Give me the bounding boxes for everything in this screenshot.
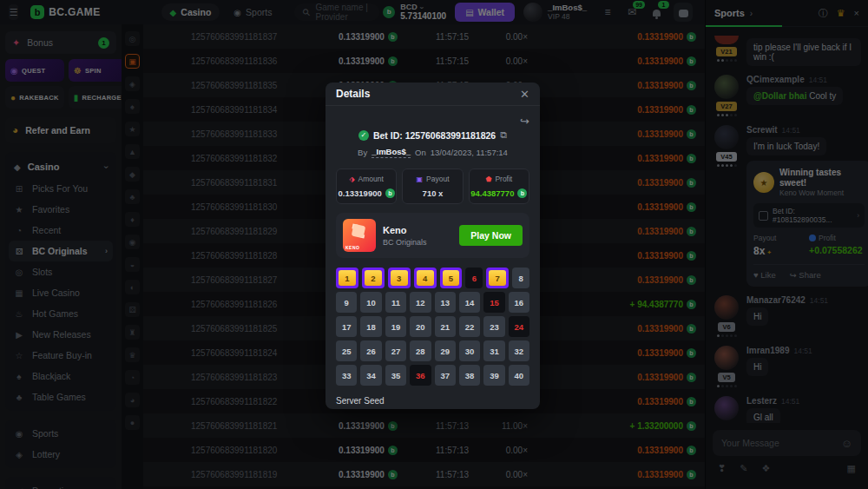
keno-grid-row: 910111213141516 <box>336 292 529 313</box>
keno-grid-row: 1718192021222324 <box>336 316 529 337</box>
bet-owner-link[interactable]: _ImBos$_ <box>372 147 411 158</box>
keno-cell-10[interactable]: 10 <box>360 292 381 313</box>
keno-cell-34[interactable]: 34 <box>360 365 381 386</box>
stat-value: 710 x <box>403 188 462 198</box>
keno-cell-4[interactable]: 4 <box>414 268 437 288</box>
keno-cell-18[interactable]: 18 <box>360 316 381 337</box>
keno-cell-3[interactable]: 3 <box>388 268 411 288</box>
wallet-icon: ▣ <box>416 175 423 183</box>
keno-cell-1[interactable]: 1 <box>336 268 358 288</box>
app-window: ☰ b BC.GAME ◆ Casino ◉ Sports ⚲ Game nam… <box>0 0 868 489</box>
coins-icon: ⬗ <box>349 175 354 183</box>
keno-cell-31[interactable]: 31 <box>483 340 504 361</box>
bet-id-value: Bet ID: 125760683991181826 <box>373 130 496 141</box>
keno-number-grid: 1234567891011121314151617181920212223242… <box>336 268 529 386</box>
stat-box-payout: ▣Payout710 x <box>402 169 463 204</box>
keno-cell-8[interactable]: 8 <box>512 268 529 288</box>
keno-cell-12[interactable]: 12 <box>410 292 431 313</box>
keno-cell-25[interactable]: 25 <box>336 340 357 361</box>
stat-label: ▣Payout <box>403 175 462 183</box>
stat-label-text: Amount <box>358 175 384 183</box>
moneybag-icon: ⬟ <box>485 175 491 183</box>
keno-cell-11[interactable]: 11 <box>385 292 406 313</box>
keno-game-thumbnail[interactable]: KENO <box>343 219 376 252</box>
keno-cell-20[interactable]: 20 <box>410 316 431 337</box>
modal-title: Details <box>336 88 370 100</box>
keno-cell-39[interactable]: 39 <box>483 365 504 386</box>
coin-icon: b <box>385 188 395 198</box>
stat-box-profit: ⬟Profit94.4387770b <box>469 169 529 204</box>
keno-cell-13[interactable]: 13 <box>435 292 456 313</box>
stat-value: 0.13319900b <box>337 188 396 198</box>
verified-shield-icon: ✓ <box>358 130 369 141</box>
keno-cell-number: 4 <box>417 270 434 286</box>
bet-stats: ⬗Amount0.13319900b▣Payout710 x⬟Profit94.… <box>336 169 529 204</box>
keno-cell-36[interactable]: 36 <box>410 365 431 386</box>
keno-cell-number: 3 <box>391 270 408 286</box>
modal-close-icon[interactable]: ✕ <box>520 88 529 101</box>
bet-details-modal: Details ✕ ↪ ✓ Bet ID: 125760683991181826… <box>326 83 540 409</box>
keno-cell-24[interactable]: 24 <box>509 316 529 337</box>
keno-cell-number: 5 <box>443 270 460 286</box>
modal-header: Details ✕ <box>326 83 540 106</box>
coin-icon: b <box>517 188 527 198</box>
keno-grid-row: 2526272829303132 <box>336 340 529 361</box>
keno-cell-38[interactable]: 38 <box>459 365 480 386</box>
keno-cell-6[interactable]: 6 <box>465 268 483 288</box>
keno-cell-26[interactable]: 26 <box>360 340 381 361</box>
keno-cell-32[interactable]: 32 <box>509 340 529 361</box>
keno-grid-row: 3334353637383940 <box>336 365 529 386</box>
keno-cell-21[interactable]: 21 <box>435 316 456 337</box>
keno-cell-17[interactable]: 17 <box>336 316 357 337</box>
bet-meta: By _ImBos$_ On 13/04/2023, 11:57:14 <box>336 147 529 158</box>
game-card: KENO Keno BC Originals Play Now <box>336 213 529 258</box>
keno-cell-14[interactable]: 14 <box>459 292 480 313</box>
keno-cell-29[interactable]: 29 <box>435 340 456 361</box>
keno-cell-2[interactable]: 2 <box>362 268 385 288</box>
stat-box-amount: ⬗Amount0.13319900b <box>336 169 397 204</box>
copy-icon[interactable]: ⧉ <box>500 129 507 141</box>
keno-cell-23[interactable]: 23 <box>483 316 504 337</box>
keno-cell-number: 7 <box>489 270 506 286</box>
keno-cell-19[interactable]: 19 <box>385 316 406 337</box>
keno-cell-number: 1 <box>339 270 356 286</box>
keno-cell-15[interactable]: 15 <box>483 292 504 313</box>
keno-cell-27[interactable]: 27 <box>385 340 406 361</box>
stat-label: ⬗Amount <box>337 175 396 183</box>
stat-label-text: Profit <box>495 175 512 183</box>
stat-label-text: Payout <box>426 175 449 183</box>
stat-label: ⬟Profit <box>470 175 529 183</box>
game-provider: BC Originals <box>383 238 452 247</box>
keno-cell-28[interactable]: 28 <box>410 340 431 361</box>
keno-cell-7[interactable]: 7 <box>486 268 509 288</box>
keno-cell-37[interactable]: 37 <box>435 365 456 386</box>
share-icon[interactable]: ↪ <box>520 115 529 128</box>
keno-cell-35[interactable]: 35 <box>385 365 406 386</box>
server-seed-label: Server Seed <box>336 396 529 406</box>
keno-cell-number: 2 <box>365 270 382 286</box>
game-name: Keno <box>383 225 452 235</box>
keno-grid-row: 12345678 <box>336 268 529 288</box>
keno-cell-5[interactable]: 5 <box>440 268 463 288</box>
keno-cell-9[interactable]: 9 <box>336 292 357 313</box>
keno-cell-16[interactable]: 16 <box>509 292 529 313</box>
bet-datetime: 13/04/2023, 11:57:14 <box>431 148 508 157</box>
keno-cell-30[interactable]: 30 <box>459 340 480 361</box>
keno-cell-33[interactable]: 33 <box>336 365 357 386</box>
play-now-button[interactable]: Play Now <box>459 225 523 246</box>
stat-value: 94.4387770b <box>470 188 529 198</box>
keno-cell-40[interactable]: 40 <box>509 365 529 386</box>
keno-cell-22[interactable]: 22 <box>459 316 480 337</box>
